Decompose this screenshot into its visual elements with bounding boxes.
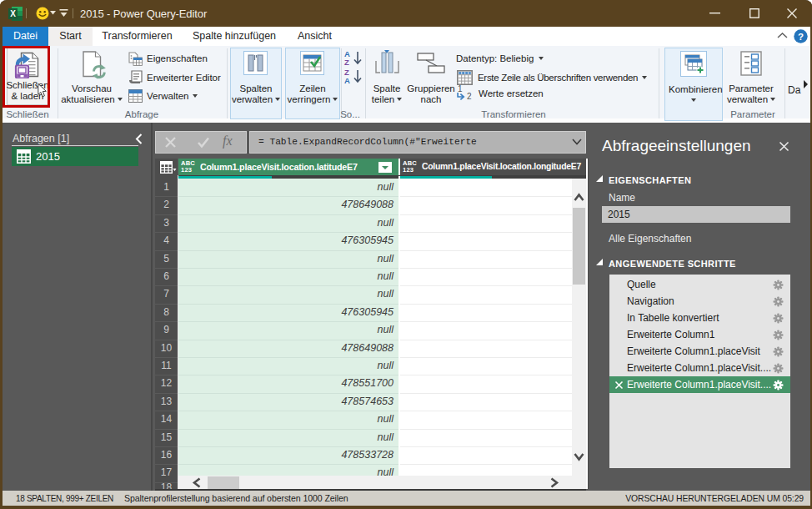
svg-text:X: X bbox=[10, 9, 16, 18]
svg-text:?: ? bbox=[798, 32, 804, 42]
